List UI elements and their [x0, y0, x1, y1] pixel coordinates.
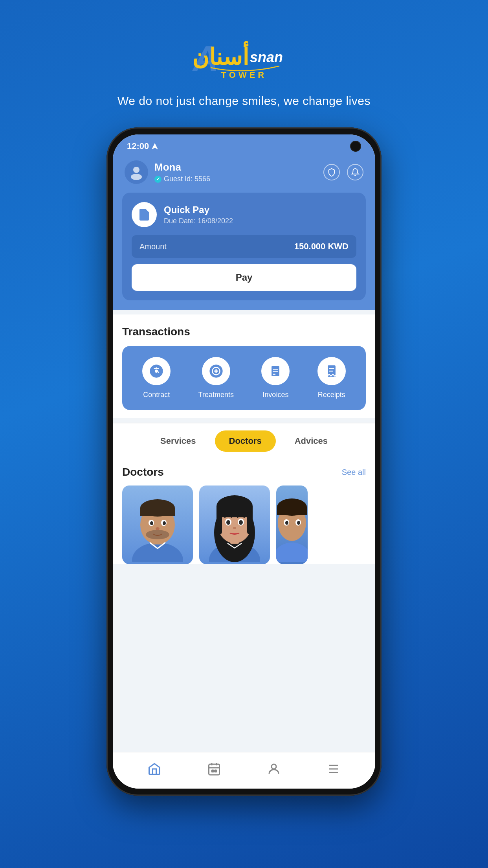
see-all-link[interactable]: See all: [342, 468, 366, 477]
nav-menu[interactable]: [320, 759, 347, 779]
contract-icon: [149, 364, 164, 379]
header-icons: [323, 164, 363, 180]
svg-text:snan: snan: [250, 49, 283, 65]
transactions-section: Transactions Contract: [113, 314, 375, 418]
home-icon: [147, 762, 161, 776]
verified-icon: [154, 176, 161, 183]
svg-point-42: [233, 527, 236, 529]
phone-screen: 12:00 Mona: [113, 134, 375, 789]
svg-text:أسنان: أسنان: [192, 41, 249, 70]
doctor-face-2: [199, 485, 270, 564]
doctor-face-3: [276, 485, 308, 564]
profile-icon: [267, 762, 281, 776]
shield-button[interactable]: [323, 164, 340, 180]
tab-services[interactable]: Services: [146, 430, 210, 452]
calendar-icon: [207, 762, 221, 776]
quick-pay-section: Quick Pay Due Date: 16/08/2022 Amount 15…: [113, 193, 375, 310]
quick-pay-header: Quick Pay Due Date: 16/08/2022: [132, 202, 356, 227]
pay-button[interactable]: Pay: [132, 264, 356, 291]
status-bar: 12:00: [113, 134, 375, 155]
navigation-icon: [151, 143, 158, 150]
svg-point-6: [131, 174, 142, 180]
logo-container: A أسنان snan TOWER: [189, 31, 299, 86]
svg-point-50: [297, 521, 300, 525]
svg-text:TOWER: TOWER: [221, 70, 267, 80]
doctor-card-3[interactable]: [276, 485, 308, 564]
receipt-icon: [137, 208, 151, 222]
amount-label: Amount: [139, 242, 167, 251]
section-divider-2: [113, 418, 375, 423]
svg-rect-12: [271, 366, 280, 377]
tabs-section: Services Doctors Advices: [113, 423, 375, 459]
transaction-item-receipts[interactable]: Receipts: [317, 357, 346, 399]
phone-wrapper: 12:00 Mona: [106, 127, 382, 796]
camera-hole: [350, 141, 361, 152]
svg-rect-51: [209, 764, 220, 775]
logo-area: A أسنان snan TOWER We do not just change…: [117, 31, 371, 108]
quick-pay-icon-circle: [132, 202, 157, 227]
nav-home[interactable]: [141, 759, 168, 779]
doctor-card-1[interactable]: [122, 485, 193, 564]
logo-svg: A أسنان snan TOWER: [189, 31, 299, 86]
svg-point-43: [276, 542, 308, 562]
svg-point-57: [272, 764, 276, 769]
bottom-nav: [113, 752, 375, 789]
doctor-female-svg: [203, 487, 266, 562]
amount-value: 150.000 KWD: [294, 241, 349, 252]
svg-point-28: [156, 527, 160, 530]
quick-pay-card: Quick Pay Due Date: 16/08/2022 Amount 15…: [122, 193, 366, 300]
phone-outer: 12:00 Mona: [106, 127, 382, 796]
svg-point-49: [285, 521, 288, 525]
bell-icon: [351, 168, 360, 177]
doctor-male-svg: [126, 487, 189, 562]
guest-id-label: Guest Id: 5566: [164, 175, 210, 183]
svg-point-26: [150, 521, 153, 525]
user-id: Guest Id: 5566: [154, 175, 317, 183]
transaction-item-invoices[interactable]: Invoices: [261, 357, 290, 399]
user-info: Mona Guest Id: 5566: [154, 161, 317, 183]
svg-point-19: [132, 542, 183, 562]
receipts-icon-circle: [317, 357, 346, 385]
svg-rect-55: [212, 770, 214, 772]
shield-icon: [327, 168, 336, 177]
transaction-item-contract[interactable]: Contract: [142, 357, 171, 399]
svg-rect-37: [247, 511, 253, 535]
svg-rect-23: [140, 508, 175, 516]
quick-pay-info: Quick Pay Due Date: 16/08/2022: [164, 204, 233, 225]
receipts-icon: [324, 364, 339, 379]
svg-rect-56: [215, 770, 217, 772]
bell-button[interactable]: [347, 164, 363, 180]
doctors-section: Doctors See all: [113, 459, 375, 564]
quick-pay-title: Quick Pay: [164, 204, 233, 215]
invoices-icon: [268, 364, 283, 379]
svg-rect-46: [277, 507, 307, 515]
tab-doctors[interactable]: Doctors: [215, 430, 276, 452]
invoices-icon-circle: [261, 357, 290, 385]
status-right: [350, 141, 361, 152]
nav-calendar[interactable]: [201, 759, 227, 779]
treatments-icon: [209, 364, 224, 379]
svg-point-29: [146, 530, 169, 539]
doctor-card-2[interactable]: [199, 485, 270, 564]
screen-content: Quick Pay Due Date: 16/08/2022 Amount 15…: [113, 193, 375, 752]
transaction-item-treatments[interactable]: Treatments: [198, 357, 234, 399]
contract-label: Contract: [143, 391, 170, 399]
doctors-grid: [122, 485, 366, 564]
avatar-icon: [128, 164, 144, 180]
tab-advices[interactable]: Advices: [281, 430, 342, 452]
contract-icon-circle: [142, 357, 171, 385]
treatments-icon-circle: [202, 357, 230, 385]
tagline: We do not just change smiles, we change …: [117, 94, 371, 108]
app-header: Mona Guest Id: 5566: [113, 155, 375, 193]
svg-point-41: [239, 520, 243, 525]
menu-icon: [327, 762, 341, 776]
status-time: 12:00: [127, 141, 158, 151]
transactions-title: Transactions: [122, 326, 366, 338]
transactions-grid: Contract Treatments: [122, 346, 366, 410]
receipts-label: Receipts: [318, 391, 345, 399]
doctors-title: Doctors: [122, 466, 164, 478]
svg-point-5: [133, 167, 139, 173]
nav-profile[interactable]: [261, 759, 287, 779]
doctor-face-1: [122, 485, 193, 564]
svg-point-10: [154, 369, 158, 373]
